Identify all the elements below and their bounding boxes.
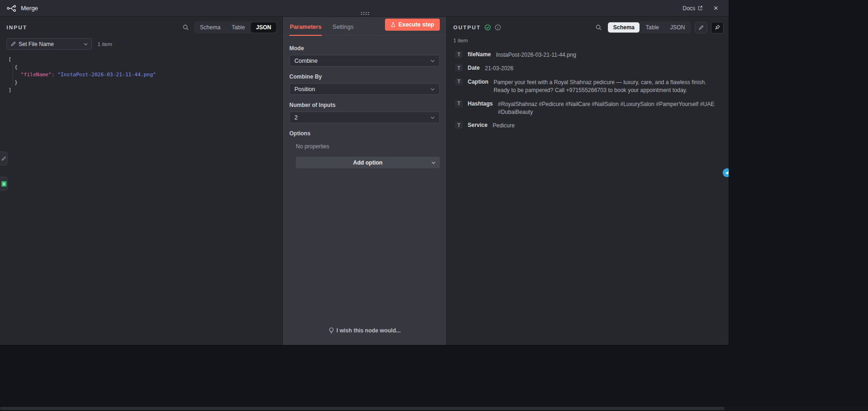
combine-by-value: Position — [294, 86, 431, 93]
options-label: Options — [289, 130, 440, 137]
mode-label: Mode — [289, 45, 440, 52]
schema-key: Hashtags — [468, 99, 493, 107]
schema-row-caption[interactable]: T Caption Pamper your feet with a Royal … — [455, 75, 722, 97]
string-type-icon: T — [455, 78, 463, 86]
string-type-icon: T — [455, 100, 463, 107]
output-item-count: 1 item — [453, 38, 729, 43]
docs-link[interactable]: Docs — [680, 3, 705, 13]
schema-value: #RoyalShahnaz #Pedicure #NailCare #NailS… — [498, 99, 722, 117]
node-feedback-link[interactable]: I wish this node would... — [329, 327, 401, 334]
json-key: "fileName": — [21, 72, 55, 78]
number-of-inputs-select[interactable]: 2 — [289, 112, 440, 123]
chevron-down-icon — [431, 116, 435, 119]
parameters-tabs: Parameters Settings Execute step — [283, 17, 446, 36]
close-button[interactable]: ✕ — [710, 3, 722, 13]
edit-output-button[interactable] — [695, 22, 707, 33]
node-title: Merge — [21, 5, 38, 12]
parameters-body: Mode Combine Combine By Position — [283, 36, 446, 168]
pencil-icon — [698, 25, 704, 30]
merge-node-icon — [7, 5, 17, 12]
search-icon[interactable] — [181, 23, 190, 32]
input-node-select[interactable]: Set File Name — [7, 38, 92, 50]
chevron-down-icon — [431, 88, 435, 91]
combine-by-select[interactable]: Position — [289, 83, 440, 95]
search-icon[interactable] — [594, 23, 603, 32]
no-properties-text: No properties — [296, 143, 440, 150]
input-source-row: Set File Name 1 item — [7, 38, 276, 50]
field-mode: Mode Combine — [289, 45, 440, 66]
tab-settings[interactable]: Settings — [332, 22, 354, 35]
execute-step-button[interactable]: Execute step — [385, 19, 440, 31]
panel-drag-handle[interactable] — [360, 11, 369, 15]
schema-row-hashtags[interactable]: T Hashtags #RoyalShahnaz #Pedicure #Nail… — [455, 97, 722, 119]
string-type-icon: T — [455, 51, 463, 58]
schema-value: InstaPost-2026-03-21-11-44.png — [496, 50, 722, 59]
input-view-tabs: Schema Table JSON — [194, 21, 277, 33]
tab-output-json[interactable]: JSON — [665, 22, 690, 33]
tab-input-schema[interactable]: Schema — [195, 22, 226, 33]
input-panel: INPUT Schema Table JSON — [0, 17, 283, 345]
add-option-button[interactable]: Add option — [296, 157, 440, 168]
execute-step-label: Execute step — [398, 21, 434, 28]
combine-by-label: Combine By — [289, 73, 440, 80]
pin-data-button[interactable] — [711, 22, 724, 33]
tab-parameters[interactable]: Parameters — [289, 22, 322, 36]
field-combine-by: Combine By Position — [289, 73, 440, 95]
node-details-modal: Merge Docs ✕ INPUT — [0, 0, 729, 345]
node-feedback-label: I wish this node would... — [337, 327, 401, 334]
pin-icon — [715, 25, 720, 30]
output-connection-telegram-node[interactable] — [723, 168, 729, 177]
panels-container: INPUT Schema Table JSON — [0, 17, 729, 345]
flask-icon — [391, 22, 396, 27]
string-type-icon: T — [455, 64, 463, 72]
horizontal-scrollbar[interactable] — [0, 407, 868, 410]
screen: Merge Docs ✕ INPUT — [0, 0, 868, 411]
send-plane-icon — [725, 171, 729, 175]
schema-key: Date — [468, 64, 480, 71]
input-panel-header: INPUT Schema Table JSON — [0, 17, 282, 33]
chevron-down-icon — [84, 43, 88, 46]
docs-label: Docs — [683, 5, 695, 12]
info-icon[interactable] — [495, 24, 501, 31]
output-panel: OUTPUT — [446, 17, 729, 345]
parameters-panel: Parameters Settings Execute step Mode — [283, 17, 446, 345]
output-panel-header: OUTPUT — [447, 17, 729, 33]
input-title: INPUT — [7, 25, 27, 30]
indent-guide — [13, 64, 13, 86]
input-connection-sheets-node[interactable] — [0, 177, 8, 191]
schema-key: Caption — [468, 78, 489, 85]
tab-input-json[interactable]: JSON — [251, 22, 276, 33]
schema-row-filename[interactable]: T fileName InstaPost-2026-03-21-11-44.pn… — [455, 48, 722, 61]
chevron-down-icon — [431, 161, 436, 164]
number-of-inputs-label: Number of Inputs — [289, 102, 440, 108]
tab-output-schema[interactable]: Schema — [608, 22, 640, 33]
output-view-tabs: Schema Table JSON — [607, 21, 691, 33]
string-type-icon: T — [455, 121, 463, 129]
mode-value: Combine — [294, 58, 431, 64]
pencil-icon — [11, 41, 16, 46]
schema-value: Pamper your feet with a Royal Shahnaz pe… — [494, 78, 722, 95]
input-node-name: Set File Name — [19, 41, 81, 47]
schema-key: Service — [468, 121, 488, 128]
output-title: OUTPUT — [453, 25, 481, 30]
field-number-of-inputs: Number of Inputs 2 — [289, 102, 440, 123]
number-of-inputs-value: 2 — [294, 114, 431, 121]
input-json-viewer[interactable]: [ { "fileName": "InstaPost-2026-03-21-11… — [8, 56, 282, 94]
schema-value: Pedicure — [493, 121, 722, 130]
input-item-count: 1 item — [98, 41, 112, 47]
tab-output-table[interactable]: Table — [640, 22, 664, 33]
tab-input-table[interactable]: Table — [227, 22, 250, 33]
schema-value: 21-03-2026 — [485, 64, 722, 73]
pencil-icon — [1, 156, 6, 161]
schema-row-service[interactable]: T Service Pedicure — [455, 119, 722, 132]
output-schema-list: T fileName InstaPost-2026-03-21-11-44.pn… — [455, 48, 722, 133]
input-connection-set-node[interactable] — [0, 152, 8, 166]
success-check-icon — [484, 24, 491, 31]
scrollbar-thumb[interactable] — [0, 407, 724, 410]
mode-select[interactable]: Combine — [289, 55, 440, 66]
spreadsheet-icon — [1, 181, 7, 187]
json-value: "InstaPost-2026-03-21-11-44.png" — [58, 72, 156, 78]
lightbulb-icon — [329, 327, 334, 334]
schema-row-date[interactable]: T Date 21-03-2026 — [455, 61, 722, 75]
add-option-label: Add option — [353, 159, 382, 166]
